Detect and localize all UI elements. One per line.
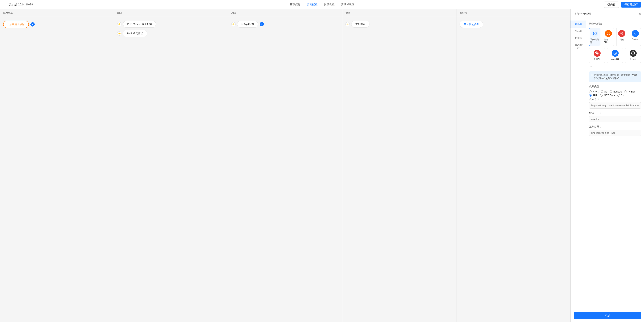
build-task-1[interactable]: 获取git版本: [237, 21, 258, 28]
repo-input[interactable]: [589, 102, 641, 109]
deploy-task-1[interactable]: 主机部署: [351, 21, 370, 28]
source-item-mayun[interactable]: 码 码云: [616, 28, 628, 46]
radio-php-label: PHP: [592, 94, 598, 97]
radio-nodejs-label: NodeJS: [613, 90, 622, 93]
tab-variables[interactable]: 变量和缓存: [341, 2, 354, 7]
radio-go[interactable]: Go: [601, 90, 608, 93]
stage-test: ⚡ PHP Metrics 静态扫描 ⚡ PHP 单元测试: [114, 17, 228, 322]
github-icon: [630, 50, 637, 57]
source-item-github[interactable]: Github: [625, 48, 641, 63]
stages-container: + 添加流水线源 + ⚡ PHP Metrics 静态扫描 ⚡ PHP 单元测试…: [0, 17, 570, 322]
stage-header-deploy: 部署: [342, 9, 456, 17]
add-button[interactable]: 添加: [574, 312, 641, 319]
workdir-label: 工作目录 ?: [589, 125, 641, 129]
atomgit-label: AtomGit: [611, 58, 619, 60]
mayun-label: 码云: [620, 38, 624, 41]
radio-netcore-label: .NET Core: [603, 94, 615, 97]
radio-nodejs-input[interactable]: [610, 90, 612, 93]
radio-cpp-input[interactable]: [618, 94, 620, 97]
gitlab-icon: 🦊: [605, 30, 612, 37]
panel-header: 添加流水线源 ×: [570, 9, 644, 19]
branch-help-icon[interactable]: ?: [600, 112, 602, 114]
nav-tabs: 基本信息 流程配置 触发设置 变量和缓存: [290, 2, 354, 7]
back-icon: ←: [3, 3, 6, 6]
stage-headers: 流水线源 测试 构建 部署 新阶段: [0, 9, 570, 17]
branch-input[interactable]: [589, 116, 641, 122]
source-select-title: 选择代码源: [589, 22, 641, 25]
radio-netcore-input[interactable]: [600, 94, 602, 97]
codeup-icon: C: [632, 30, 639, 37]
panel-footer: 添加: [570, 309, 644, 322]
mayun-icon: 码: [618, 30, 625, 37]
branch-label: 默认分支 ?: [589, 111, 641, 115]
stage-deploy: ⚡ 主机部署: [342, 17, 456, 322]
branch-field: 默认分支 ?: [589, 111, 641, 122]
back-button[interactable]: ← 流水线 2024-10-29: [3, 3, 33, 6]
panel-body: 代码源 制品源 Jenkins Flow流水线 选择代码源 示: [570, 19, 644, 309]
connector-dot-source[interactable]: +: [30, 22, 35, 26]
tab-trigger-settings[interactable]: 触发设置: [324, 2, 334, 7]
stage-build: ⚡ 获取git版本 +: [228, 17, 342, 322]
source-item-git[interactable]: 通用Git: [589, 48, 605, 63]
expand-sources-icon[interactable]: ⌃: [590, 65, 605, 69]
codeup-label: Codeup: [632, 38, 639, 40]
workdir-help-icon[interactable]: ?: [600, 125, 602, 128]
main-content: 流水线源 测试 构建 部署 新阶段 + 添加流水线源 + ⚡ PHP Metri…: [0, 9, 644, 322]
radio-python[interactable]: Python: [624, 90, 635, 93]
save-run-button[interactable]: 保存并运行: [621, 2, 641, 7]
source-grid-row1: 示例代码源 🦊 自建Gitlab 码 码云 C Codeup: [589, 28, 641, 46]
source-item-gitlab[interactable]: 🦊 自建Gitlab: [603, 28, 614, 46]
radio-go-input[interactable]: [601, 90, 603, 93]
radio-cpp-label: C++: [621, 94, 626, 97]
stage-header-build: 构建: [228, 9, 342, 17]
test-task-1[interactable]: PHP Metrics 静态扫描: [123, 21, 156, 28]
tab-basic-info[interactable]: 基本信息: [290, 2, 300, 7]
workdir-input[interactable]: [589, 130, 641, 136]
sidebar-item-jenkins[interactable]: Jenkins: [570, 35, 586, 41]
test-task-1-node: ⚡ PHP Metrics 静态扫描: [117, 21, 225, 28]
svg-point-0: [614, 53, 616, 54]
connector-left-build1[interactable]: ⚡: [231, 22, 236, 26]
close-button[interactable]: ×: [639, 12, 641, 16]
radio-nodejs[interactable]: NodeJS: [610, 90, 622, 93]
add-source-button[interactable]: + 添加流水线源: [3, 21, 29, 28]
git-icon: [594, 50, 600, 57]
new-task-node: ⊕ + 新的任务: [460, 21, 567, 28]
stage-new: ⊕ + 新的任务: [456, 17, 570, 322]
source-item-codeup[interactable]: C Codeup: [630, 28, 641, 46]
repo-label: 代码仓库: [589, 98, 641, 101]
info-box: ℹ 示例代码库由 Flow 提供，用于新用户快速尝试流水线的配置和执行: [589, 71, 641, 82]
new-task-plus-icon: ⊕: [464, 22, 466, 26]
connector-left-deploy1[interactable]: ⚡: [346, 22, 350, 26]
repo-field: 代码仓库: [589, 98, 641, 109]
radio-netcore[interactable]: .NET Core: [600, 94, 615, 97]
page-title: 流水线 2024-10-29: [8, 3, 33, 6]
github-label: Github: [630, 58, 636, 60]
sidebar-item-flow[interactable]: Flow流水线: [570, 41, 586, 52]
info-icon: ℹ: [592, 73, 592, 80]
info-text: 示例代码库由 Flow 提供，用于新用户快速尝试流水线的配置和执行: [594, 73, 638, 80]
source-item-example[interactable]: 示例代码源: [589, 28, 600, 46]
sidebar-item-artifact[interactable]: 制品源: [570, 28, 586, 35]
radio-php[interactable]: PHP: [589, 94, 598, 97]
tab-pipeline-config[interactable]: 流程配置: [307, 2, 318, 7]
radio-java[interactable]: JAVA: [589, 90, 598, 93]
source-item-atomgit[interactable]: AtomGit: [607, 48, 623, 63]
radio-php-input[interactable]: [589, 94, 592, 97]
new-task-button[interactable]: ⊕ + 新的任务: [460, 21, 483, 28]
top-nav: ← 流水线 2024-10-29 基本信息 流程配置 触发设置 变量和缓存 仅保…: [0, 0, 644, 9]
atomgit-icon: [612, 50, 618, 57]
radio-cpp[interactable]: C++: [618, 94, 626, 97]
radio-java-input[interactable]: [589, 90, 592, 93]
save-only-button[interactable]: 仅保存: [604, 1, 619, 8]
connector-right-build1[interactable]: +: [260, 22, 264, 26]
test-task-2[interactable]: PHP 单元测试: [123, 30, 147, 37]
gitlab-label: 自建Gitlab: [604, 38, 613, 43]
connector-left-test2[interactable]: ⚡: [117, 31, 122, 36]
connector-left-test1[interactable]: ⚡: [117, 22, 122, 26]
radio-python-input[interactable]: [624, 90, 627, 93]
sidebar-item-code-source[interactable]: 代码源: [570, 20, 586, 28]
workdir-field: 工作目录 ?: [589, 125, 641, 136]
example-label: 示例代码源: [590, 38, 600, 44]
stage-source: + 添加流水线源 +: [0, 17, 114, 322]
